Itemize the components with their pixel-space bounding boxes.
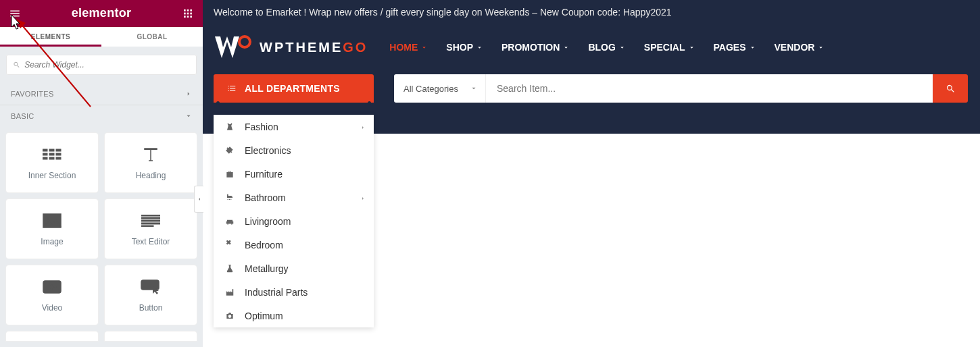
dept-item-livingroom[interactable]: Livingroom	[214, 209, 374, 233]
nav-promotion[interactable]: PROMOTION	[501, 42, 569, 53]
svg-rect-13	[56, 149, 61, 151]
section-label: FAVORITES	[11, 90, 54, 98]
widget-label: Heading	[136, 171, 166, 180]
nav-label: PROMOTION	[501, 42, 560, 53]
widget-image[interactable]: Image	[6, 199, 98, 259]
chevron-down-icon	[750, 45, 756, 51]
text-t-icon	[142, 145, 160, 164]
site-logo[interactable]: WPTHEMEGO	[214, 35, 368, 59]
dept-item-metallurgy[interactable]: Metallurgy	[214, 257, 374, 280]
columns-icon	[43, 145, 62, 164]
shower-icon	[224, 193, 235, 203]
svg-rect-22	[141, 215, 160, 216]
dept-label: Fashion	[245, 122, 278, 132]
widget-text-editor[interactable]: Text Editor	[105, 199, 197, 259]
chevron-right-icon	[360, 192, 366, 203]
dept-item-furniture[interactable]: Furniture	[214, 162, 374, 186]
dept-label: Optimum	[245, 311, 283, 321]
play-icon	[43, 277, 62, 296]
search-submit-button[interactable]	[933, 74, 968, 103]
svg-rect-23	[141, 217, 160, 219]
dept-item-bathroom[interactable]: Bathroom	[214, 186, 374, 209]
chevron-down-icon	[563, 45, 569, 51]
widget-search-input[interactable]	[24, 60, 190, 70]
nav-special[interactable]: SPECIAL	[644, 42, 695, 53]
dept-item-optimum[interactable]: Optimum	[214, 304, 374, 327]
widget-inner-section[interactable]: Inner Section	[6, 133, 98, 192]
chevron-down-icon	[470, 85, 477, 92]
nav-pages[interactable]: PAGES	[714, 42, 756, 53]
widget-search[interactable]	[6, 55, 197, 75]
search-icon	[13, 61, 20, 69]
dept-label: Electronics	[245, 145, 291, 156]
flask-icon	[224, 264, 235, 273]
widget-button[interactable]: Button	[105, 265, 197, 325]
sofa-icon	[224, 217, 235, 226]
dept-item-electronics[interactable]: Electronics	[214, 138, 374, 162]
svg-rect-19	[56, 157, 61, 159]
panel-collapse-handle[interactable]	[194, 186, 203, 213]
svg-rect-3	[184, 12, 186, 14]
paragraph-icon	[141, 211, 160, 230]
dept-item-fashion[interactable]: Fashion	[214, 115, 374, 138]
all-departments-button[interactable]: ALL DEPARTMENTS	[214, 74, 374, 103]
svg-point-21	[47, 217, 49, 219]
dept-item-industrial[interactable]: Industrial Parts	[214, 280, 374, 304]
svg-rect-11	[43, 149, 47, 151]
chevron-down-icon	[185, 113, 192, 119]
svg-rect-7	[187, 16, 189, 18]
nav-label: PAGES	[714, 42, 746, 53]
logo-text: WPTHEMEGO	[260, 40, 368, 55]
logo-main: WPTHEME	[260, 40, 343, 55]
nav-shop[interactable]: SHOP	[446, 42, 483, 53]
svg-rect-20	[43, 214, 61, 228]
widget-label: Video	[42, 303, 62, 313]
site-header: WPTHEMEGO HOME SHOP PROMOTION BLOG SPECI…	[203, 24, 980, 74]
chevron-right-icon	[360, 122, 366, 132]
widget-placeholder[interactable]	[6, 331, 98, 341]
section-favorites[interactable]: FAVORITES	[0, 83, 203, 105]
svg-point-29	[239, 36, 250, 47]
svg-rect-0	[184, 9, 186, 11]
widget-label: Image	[41, 237, 63, 246]
nav-label: SPECIAL	[644, 42, 685, 53]
svg-rect-2	[190, 9, 192, 11]
widget-placeholder[interactable]	[105, 331, 197, 341]
widget-label: Text Editor	[132, 237, 170, 246]
widget-label: Button	[139, 303, 163, 313]
svg-rect-1	[187, 9, 189, 11]
dept-label: Livingroom	[245, 216, 291, 227]
button-click-icon	[141, 277, 161, 296]
widget-grid: Inner Section Heading Image Text Editor …	[0, 127, 203, 347]
nav-label: HOME	[389, 42, 418, 53]
dept-label: Bathroom	[245, 192, 286, 203]
nav-label: SHOP	[446, 42, 473, 53]
svg-rect-26	[141, 225, 153, 227]
svg-rect-16	[56, 153, 61, 155]
widget-heading[interactable]: Heading	[105, 133, 197, 192]
widget-video[interactable]: Video	[6, 265, 98, 325]
category-select-label: All Categories	[403, 84, 458, 94]
product-search-input[interactable]	[497, 83, 922, 94]
svg-rect-24	[141, 220, 160, 221]
product-search-bar: All Categories	[394, 74, 968, 103]
apps-grid-icon[interactable]	[181, 7, 195, 20]
svg-rect-18	[49, 157, 54, 159]
category-select[interactable]: All Categories	[394, 74, 485, 103]
list-icon	[227, 84, 237, 93]
logo-mark-icon	[214, 35, 251, 59]
section-basic[interactable]: BASIC	[0, 105, 203, 127]
panel-title: elementor	[72, 6, 132, 20]
nav-blog[interactable]: BLOG	[588, 42, 624, 53]
product-search-input-wrap	[485, 74, 933, 103]
dress-icon	[224, 122, 235, 132]
section-label: BASIC	[11, 112, 34, 120]
search-icon	[946, 84, 956, 94]
cursor-icon	[7, 14, 22, 34]
chevron-down-icon	[619, 45, 625, 51]
header-secondary: ALL DEPARTMENTS All Categories Fashion	[203, 74, 980, 134]
tab-global[interactable]: GLOBAL	[101, 27, 203, 47]
nav-vendor[interactable]: VENDOR	[775, 42, 825, 53]
dept-item-bedroom[interactable]: Bedroom	[214, 233, 374, 257]
nav-home[interactable]: HOME	[389, 42, 427, 53]
